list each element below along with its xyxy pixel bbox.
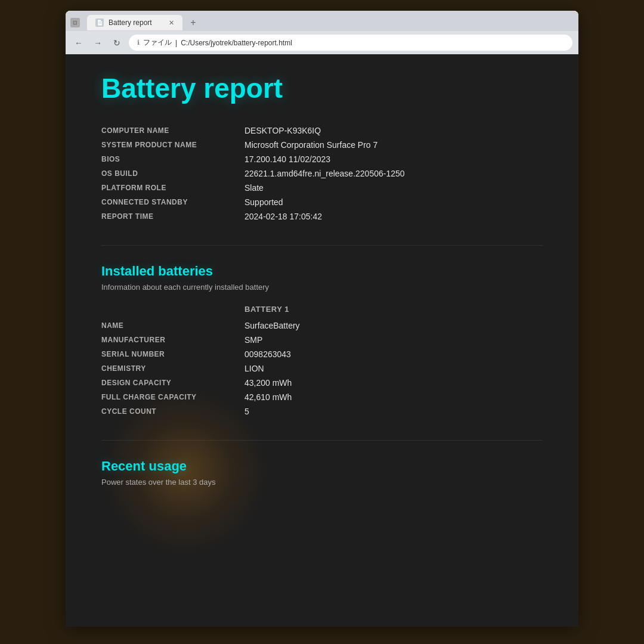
active-tab[interactable]: 📄 Battery report ✕ xyxy=(87,15,182,30)
system-info-table: COMPUTER NAME DESKTOP-K93K6IQ SYSTEM PRO… xyxy=(101,126,543,221)
tab-favicon-icon: 📄 xyxy=(95,18,104,27)
value-report-time: 2024-02-18 17:05:42 xyxy=(244,212,543,221)
label-bios: BIOS xyxy=(101,154,233,164)
tab-close-button[interactable]: ✕ xyxy=(169,19,174,27)
address-bar: ← → ↻ ℹ ファイル | C:/Users/jyotrek/battery-… xyxy=(66,31,578,54)
label-report-time: REPORT TIME xyxy=(101,212,233,221)
section-divider-2 xyxy=(101,440,543,441)
browser-window: ⊡ 📄 Battery report ✕ + ← → ↻ ℹ ファイル | C:… xyxy=(66,11,578,627)
value-cycle-count: 5 xyxy=(244,407,543,416)
recent-usage-subtitle: Power states over the last 3 days xyxy=(101,478,543,487)
label-platform-role: PLATFORM ROLE xyxy=(101,183,233,193)
label-system-product-name: SYSTEM PRODUCT NAME xyxy=(101,140,233,150)
system-info-section: COMPUTER NAME DESKTOP-K93K6IQ SYSTEM PRO… xyxy=(101,126,543,221)
label-cycle-count: CYCLE COUNT xyxy=(101,407,233,416)
back-button[interactable]: ← xyxy=(72,38,86,48)
value-manufacturer: SMP xyxy=(244,335,543,345)
label-computer-name: COMPUTER NAME xyxy=(101,126,233,135)
label-design-capacity: DESIGN CAPACITY xyxy=(101,378,233,388)
label-battery-name: NAME xyxy=(101,321,233,330)
value-bios: 17.200.140 11/02/2023 xyxy=(244,154,543,164)
value-computer-name: DESKTOP-K93K6IQ xyxy=(244,126,543,135)
section-divider xyxy=(101,245,543,246)
url-path: C:/Users/jyotrek/battery-report.html xyxy=(181,39,292,47)
value-system-product-name: Microsoft Corporation Surface Pro 7 xyxy=(244,140,543,150)
installed-batteries-section: Installed batteries Information about ea… xyxy=(101,264,543,416)
page-title: Battery report xyxy=(101,72,543,104)
batteries-section-subtitle: Information about each currently install… xyxy=(101,283,543,292)
label-full-charge-capacity: FULL CHARGE CAPACITY xyxy=(101,392,233,402)
label-connected-standby: CONNECTED STANDBY xyxy=(101,197,233,207)
window-controls: ⊡ xyxy=(70,18,80,27)
label-serial-number: SERIAL NUMBER xyxy=(101,349,233,359)
label-manufacturer: MANUFACTURER xyxy=(101,335,233,345)
value-platform-role: Slate xyxy=(244,183,543,193)
value-connected-standby: Supported xyxy=(244,197,543,207)
recent-usage-title: Recent usage xyxy=(101,459,543,474)
battery-table: BATTERY 1 NAME SurfaceBattery MANUFACTUR… xyxy=(101,305,543,416)
battery-header: BATTERY 1 xyxy=(244,305,543,314)
refresh-button[interactable]: ↻ xyxy=(110,38,124,48)
value-full-charge-capacity: 42,610 mWh xyxy=(244,392,543,402)
value-serial-number: 0098263043 xyxy=(244,349,543,359)
value-design-capacity: 43,200 mWh xyxy=(244,378,543,388)
recent-usage-section: Recent usage Power states over the last … xyxy=(101,459,543,487)
url-prefix: ファイル xyxy=(143,38,172,48)
page-content: Battery report COMPUTER NAME DESKTOP-K93… xyxy=(66,54,578,528)
value-battery-name: SurfaceBattery xyxy=(244,321,543,330)
label-os-build: OS BUILD xyxy=(101,169,233,178)
tab-label: Battery report xyxy=(109,18,152,27)
url-separator: | xyxy=(175,39,177,47)
url-box[interactable]: ℹ ファイル | C:/Users/jyotrek/battery-report… xyxy=(129,35,572,51)
batteries-section-title: Installed batteries xyxy=(101,264,543,279)
url-info-icon: ℹ xyxy=(137,39,140,47)
value-chemistry: LION xyxy=(244,364,543,373)
window-tile-btn[interactable]: ⊡ xyxy=(70,18,80,27)
tab-bar: ⊡ 📄 Battery report ✕ + xyxy=(66,11,578,31)
value-os-build: 22621.1.amd64fre.ni_release.220506-1250 xyxy=(244,169,543,178)
label-chemistry: CHEMISTRY xyxy=(101,364,233,373)
browser-chrome: ⊡ 📄 Battery report ✕ + ← → ↻ ℹ ファイル | C:… xyxy=(66,11,578,54)
new-tab-button[interactable]: + xyxy=(185,14,202,31)
browser-content: Battery report COMPUTER NAME DESKTOP-K93… xyxy=(66,54,578,627)
forward-button[interactable]: → xyxy=(91,38,105,48)
